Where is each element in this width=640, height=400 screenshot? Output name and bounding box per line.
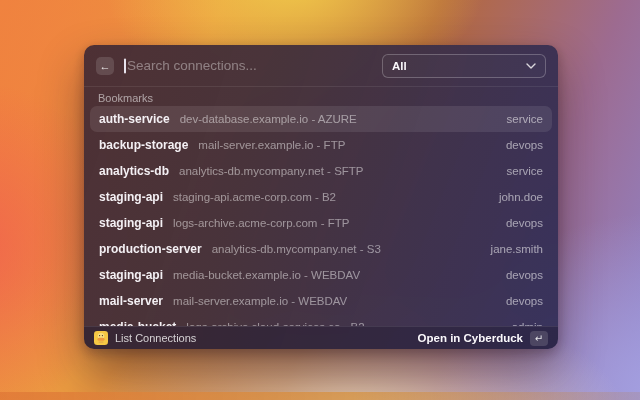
connection-name: media-bucket: [99, 320, 176, 326]
list-item[interactable]: backup-storage mail-server.example.io - …: [90, 132, 552, 158]
cyberduck-duck-icon: [94, 331, 108, 345]
list-item[interactable]: production-server analytics-db.mycompany…: [90, 236, 552, 262]
launcher-window: ← All Bookmarks auth-service dev-databas…: [84, 45, 558, 349]
connection-user: service: [507, 165, 543, 177]
filter-dropdown[interactable]: All: [382, 54, 546, 78]
list-item[interactable]: auth-service dev-database.example.io - A…: [90, 106, 552, 132]
primary-action[interactable]: Open in Cyberduck ↵: [418, 331, 548, 346]
back-button[interactable]: ←: [96, 57, 114, 75]
connection-name: analytics-db: [99, 164, 169, 178]
list-item[interactable]: staging-api media-bucket.example.io - WE…: [90, 262, 552, 288]
list-item[interactable]: mail-server mail-server.example.io - WEB…: [90, 288, 552, 314]
footer-command-label: List Connections: [115, 332, 196, 344]
connection-name: production-server: [99, 242, 202, 256]
connection-user: devops: [506, 295, 543, 307]
connection-name: backup-storage: [99, 138, 188, 152]
connection-user: devops: [506, 139, 543, 151]
connection-name: auth-service: [99, 112, 170, 126]
list-item[interactable]: staging-api logs-archive.acme-corp.com -…: [90, 210, 552, 236]
section-label: Bookmarks: [98, 92, 544, 105]
connection-detail: media-bucket.example.io - WEBDAV: [173, 269, 360, 281]
connection-detail: mail-server.example.io - FTP: [198, 139, 345, 151]
footer-command[interactable]: List Connections: [94, 331, 196, 345]
connection-name: mail-server: [99, 294, 163, 308]
connection-user: devops: [506, 269, 543, 281]
connection-user: jane.smith: [491, 243, 543, 255]
list-item[interactable]: staging-api staging-api.acme-corp.com - …: [90, 184, 552, 210]
connection-detail: analytics-db.mycompany.net - SFTP: [179, 165, 364, 177]
chevron-down-icon: [526, 63, 536, 69]
results-area: Bookmarks auth-service dev-database.exam…: [84, 87, 558, 326]
connection-detail: logs-archive.cloud-services.co - B2: [186, 321, 364, 326]
list-item[interactable]: media-bucket logs-archive.cloud-services…: [90, 314, 552, 326]
connection-name: staging-api: [99, 268, 163, 282]
connection-detail: dev-database.example.io - AZURE: [180, 113, 357, 125]
connection-user: devops: [506, 217, 543, 229]
connection-name: staging-api: [99, 216, 163, 230]
search-input-wrap: [124, 58, 372, 73]
enter-key-icon: ↵: [530, 331, 548, 346]
search-bar: ← All: [84, 45, 558, 87]
connection-user: john.doe: [499, 191, 543, 203]
connection-name: staging-api: [99, 190, 163, 204]
filter-selected-value: All: [392, 60, 407, 72]
connection-detail: analytics-db.mycompany.net - S3: [212, 243, 381, 255]
connection-detail: mail-server.example.io - WEBDAV: [173, 295, 347, 307]
footer-bar: List Connections Open in Cyberduck ↵: [84, 326, 558, 349]
list-item[interactable]: analytics-db analytics-db.mycompany.net …: [90, 158, 552, 184]
connection-list: auth-service dev-database.example.io - A…: [84, 106, 558, 326]
connection-detail: staging-api.acme-corp.com - B2: [173, 191, 336, 203]
connection-detail: logs-archive.acme-corp.com - FTP: [173, 217, 349, 229]
connection-user: admin: [512, 321, 543, 326]
primary-action-label: Open in Cyberduck: [418, 332, 523, 344]
text-caret: [124, 58, 126, 73]
connection-user: service: [507, 113, 543, 125]
search-input[interactable]: [124, 58, 372, 73]
